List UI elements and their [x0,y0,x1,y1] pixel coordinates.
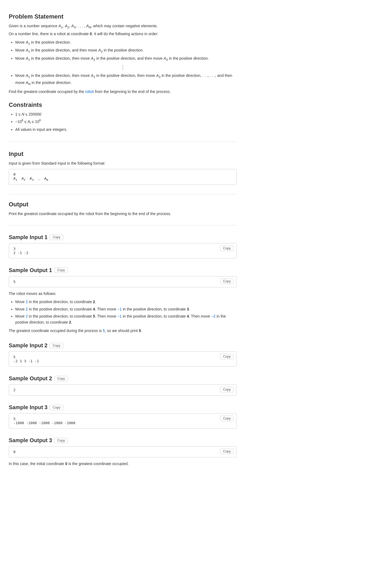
sample-input-1-code: 3 2 -1 -2 Copy [9,243,237,258]
input-section: Input Input is given from Standard Input… [9,150,237,195]
sample-input-1-copy-btn[interactable]: Copy [50,234,63,240]
input-format-line1: N [13,173,232,177]
sample-input-1-title: Sample Input 1 [9,234,47,240]
sample-input-3-value: 5 -1000 -1000 -1000 -1000 -1000 [13,417,232,425]
bullet-last: Move A1 in the positive direction, then … [15,73,237,86]
sample-input-2-header: Sample Input 2 Copy [9,342,237,349]
sample-output-3-header: Sample Output 3 Copy [9,437,237,444]
sample-input-2-inner-copy-btn[interactable]: Copy [220,354,234,359]
explanation-intro: The robot moves as follows: [9,291,237,297]
constraints-list: 1 ≤ N ≤ 200000 −108 ≤ Ai ≤ 108 All value… [15,111,237,133]
output-section: Output Print the greatest coordinate occ… [9,201,237,225]
sample-output-1-header: Sample Output 1 Copy [9,267,237,273]
sample-output-3-title: Sample Output 3 [9,437,52,444]
constraint-2: −108 ≤ Ai ≤ 108 [15,118,237,125]
sample-output-2-header: Sample Output 2 Copy [9,375,237,382]
input-description: Input is given from Standard Input in th… [9,160,237,166]
problem-bullets: Move A1 in the positive direction. Move … [15,39,237,62]
explanation-list: Move 2 in the positive direction, to coo… [15,299,237,325]
sample-3-explanation: In this case, the initial coordinate 0 i… [9,461,237,467]
sample-3-block: Sample Input 3 Copy 5 -1000 -1000 -1000 … [9,404,237,467]
sample-input-2-title: Sample Input 2 [9,342,47,349]
explanation-bullet-1: Move 2 in the positive direction, to coo… [15,299,237,305]
sample-input-2-code: 5 -2 1 3 -1 -1 Copy [9,351,237,367]
constraints-title: Constraints [9,101,237,108]
sample-input-3-code: 5 -1000 -1000 -1000 -1000 -1000 Copy [9,413,237,429]
sample-output-1-code: 5 Copy [9,276,237,287]
ellipsis: ⋮ [9,64,237,70]
problem-intro-1: Given is a number sequence A1, A2, A3, .… [9,23,237,30]
output-description: Print the greatest coordinate occupied b… [9,211,237,217]
sample-output-2-title: Sample Output 2 [9,375,52,382]
sample-1-explanation: The robot moves as follows: Move 2 in th… [9,291,237,334]
problem-intro-2: On a number line, there is a robot at co… [9,31,237,37]
sample-3-conclusion: In this case, the initial coordinate 0 i… [9,461,237,467]
output-title: Output [9,201,237,208]
sample-input-2-copy-btn[interactable]: Copy [50,343,63,348]
explanation-bullet-3: Move 2 in the positive direction, to coo… [15,313,237,325]
sample-output-1-inner-copy-btn[interactable]: Copy [220,279,234,284]
sample-2-block: Sample Input 2 Copy 5 -2 1 3 -1 -1 Copy … [9,342,237,396]
sample-input-3-title: Sample Input 3 [9,404,47,411]
explanation-bullet-2: Move 2 in the positive direction, to coo… [15,306,237,312]
sample-input-3-header: Sample Input 3 Copy [9,404,237,411]
sample-output-3-code: 0 Copy [9,446,237,457]
problem-last-bullet-list: Move A1 in the positive direction, then … [15,73,237,86]
sample-input-1-header: Sample Input 1 Copy [9,234,237,240]
input-format-block: N A1 A2 A3 … AN [9,169,237,185]
problem-statement-title: Problem Statement [9,13,237,20]
constraints-section: Constraints 1 ≤ N ≤ 200000 −108 ≤ Ai ≤ 1… [9,101,237,142]
sample-input-1-value: 3 2 -1 -2 [13,247,232,255]
sample-output-2-value: 2 [13,388,232,392]
sample-output-3-value: 0 [13,450,232,454]
sample-output-1-copy-btn[interactable]: Copy [54,267,68,273]
input-title: Input [9,150,237,158]
bullet-3: Move A1 in the positive direction, then … [15,55,237,62]
sample-input-2-value: 5 -2 1 3 -1 -1 [13,355,232,363]
sample-output-2-copy-btn[interactable]: Copy [54,376,68,381]
constraint-1: 1 ≤ N ≤ 200000 [15,111,237,117]
sample-output-2-code: 2 Copy [9,384,237,396]
sample-output-1-title: Sample Output 1 [9,267,52,273]
input-format-line2: A1 A2 A3 … AN [13,177,232,182]
constraint-3: All values in input are integers. [15,126,237,132]
sample-output-3-copy-btn[interactable]: Copy [54,438,68,443]
explanation-conclusion: The greatest coordinate occupied during … [9,328,237,334]
bullet-1: Move A1 in the positive direction. [15,39,237,46]
sample-output-3-inner-copy-btn[interactable]: Copy [220,449,234,454]
sample-1-block: Sample Input 1 Copy 3 2 -1 -2 Copy Sampl… [9,234,237,334]
find-text: Find the greatest coordinate occupied by… [9,89,237,95]
sample-output-2-inner-copy-btn[interactable]: Copy [220,387,234,392]
bullet-2: Move A1 in the positive direction, and t… [15,47,237,54]
sample-input-3-copy-btn[interactable]: Copy [50,405,63,410]
sample-output-1-value: 5 [13,280,232,284]
sample-input-1-inner-copy-btn[interactable]: Copy [220,246,234,251]
sample-input-3-inner-copy-btn[interactable]: Copy [220,416,234,421]
problem-statement-section: Problem Statement Given is a number sequ… [9,13,237,95]
